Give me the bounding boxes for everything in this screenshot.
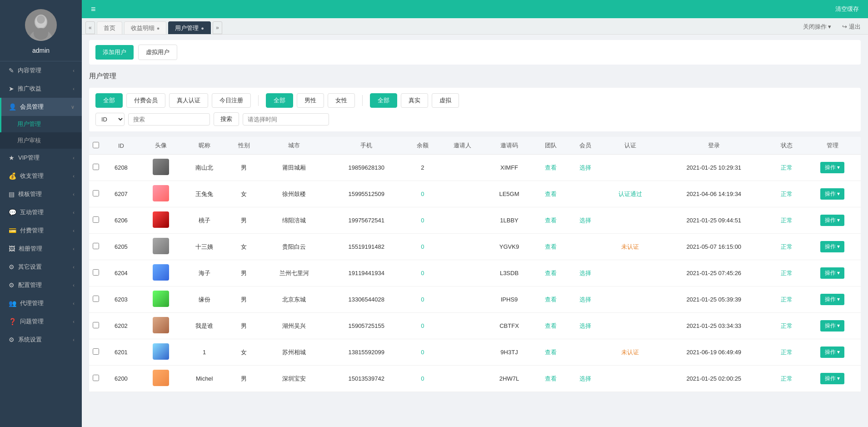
sidebar-item-album[interactable]: 🖼 相册管理 ‹ — [0, 240, 82, 258]
filter-female-button[interactable]: 女性 — [328, 93, 355, 108]
team-link[interactable]: 查看 — [545, 270, 557, 276]
row-checkbox[interactable] — [93, 375, 99, 381]
sidebar-item-promotion[interactable]: ➤ 推广收益 ‹ — [0, 80, 82, 98]
row-checkbox[interactable] — [93, 164, 99, 170]
sidebar-item-agent[interactable]: 👥 代理管理 ‹ — [0, 294, 82, 312]
member-link[interactable]: 选择 — [579, 296, 591, 303]
sidebar-item-system[interactable]: ⚙ 系统设置 ‹ — [0, 331, 82, 349]
team-link[interactable]: 查看 — [545, 164, 557, 171]
row-phone: 19975672541 — [327, 207, 405, 234]
tab-home[interactable]: 首页 — [97, 21, 122, 34]
operate-button[interactable]: 操作 ▾ — [820, 294, 844, 305]
tab-revenue-close[interactable]: ● — [157, 25, 160, 31]
member-link[interactable]: 选择 — [579, 217, 591, 224]
row-checkbox[interactable] — [93, 348, 99, 355]
th-checkbox — [89, 137, 103, 155]
divider-1 — [258, 95, 259, 106]
th-city: 城市 — [261, 137, 328, 155]
row-inviter — [440, 366, 485, 392]
select-all-checkbox[interactable] — [93, 142, 99, 148]
member-link[interactable]: 选择 — [579, 270, 591, 276]
row-login: 2021-01-25 07:45:26 — [658, 260, 770, 286]
operate-button[interactable]: 操作 ▾ — [820, 347, 844, 358]
search-button[interactable]: 搜索 — [214, 112, 239, 126]
row-status: 正常 — [770, 207, 804, 234]
filter-all-button[interactable]: 全部 — [95, 93, 123, 108]
operate-button[interactable]: 操作 ▾ — [820, 241, 844, 252]
sidebar-subitem-user-manage[interactable]: 用户管理 — [0, 116, 82, 132]
row-checkbox[interactable] — [93, 190, 99, 196]
operate-button[interactable]: 操作 ▾ — [820, 188, 844, 200]
filter-gender-all-button[interactable]: 全部 — [266, 93, 293, 108]
sidebar-item-member[interactable]: 👤 会员管理 ∨ — [0, 98, 82, 116]
sidebar-item-vip[interactable]: ★ VIP管理 ‹ — [0, 149, 82, 167]
search-type-select[interactable]: ID 昵称 手机 城市 — [95, 113, 125, 126]
row-nickname: Michel — [182, 366, 227, 392]
virtual-user-button[interactable]: 虚拟用户 — [138, 45, 177, 60]
operate-button[interactable]: 操作 ▾ — [820, 267, 844, 279]
th-balance: 余额 — [405, 137, 440, 155]
filter-source-all-button[interactable]: 全部 — [370, 93, 397, 108]
sidebar-item-content[interactable]: ✎ 内容管理 ‹ — [0, 61, 82, 80]
operate-button[interactable]: 操作 ▾ — [820, 373, 844, 384]
tab-next-button[interactable]: » — [213, 21, 222, 34]
tab-user-manage[interactable]: 用户管理 ● — [168, 21, 211, 34]
operate-button[interactable]: 操作 ▾ — [820, 215, 844, 226]
tab-revenue[interactable]: 收益明细 ● — [124, 21, 167, 34]
sidebar-item-qa[interactable]: ❓ 问题管理 ‹ — [0, 312, 82, 331]
team-link[interactable]: 查看 — [545, 296, 557, 303]
hamburger-button[interactable]: ≡ — [87, 3, 100, 16]
team-link[interactable]: 查看 — [545, 349, 557, 356]
operate-button[interactable]: 操作 ▾ — [820, 320, 844, 332]
close-ops-button[interactable]: 关闭操作 ▾ — [799, 21, 835, 32]
member-link[interactable]: 选择 — [579, 164, 591, 171]
table-row: 6202 我是谁 男 湖州吴兴 15905725155 0 CBTFX 查看 选… — [89, 313, 861, 339]
sidebar-item-revenue[interactable]: 💰 收支管理 ‹ — [0, 167, 82, 185]
tabbar-right: 关闭操作 ▾ ↪ 退出 — [799, 21, 864, 34]
operate-button[interactable]: 操作 ▾ — [820, 162, 844, 173]
arrow-icon: ‹ — [73, 173, 75, 179]
row-checkbox-cell — [89, 181, 103, 207]
team-link[interactable]: 查看 — [545, 217, 557, 224]
filter-real-button[interactable]: 真实 — [401, 93, 428, 108]
row-gender: 男 — [227, 260, 261, 286]
row-checkbox[interactable] — [93, 216, 99, 223]
row-operate-cell: 操作 ▾ — [804, 207, 861, 234]
sidebar-subitem-user-audit[interactable]: 用户审核 — [0, 132, 82, 149]
row-avatar-cell — [140, 234, 182, 260]
row-gender: 男 — [227, 207, 261, 234]
row-avatar-cell — [140, 313, 182, 339]
filter-verified-button[interactable]: 真人认证 — [169, 93, 208, 108]
filter-paid-button[interactable]: 付费会员 — [126, 93, 165, 108]
sidebar-item-config[interactable]: ⚙ 配置管理 ‹ — [0, 276, 82, 294]
clear-cache-button[interactable]: 清空缓存 — [832, 3, 863, 15]
row-checkbox[interactable] — [93, 296, 99, 302]
team-link[interactable]: 查看 — [545, 243, 557, 250]
tab-prev-button[interactable]: « — [85, 21, 95, 34]
row-checkbox[interactable] — [93, 269, 99, 276]
team-link[interactable]: 查看 — [545, 191, 557, 197]
exit-button[interactable]: ↪ 退出 — [838, 21, 864, 32]
filter-today-button[interactable]: 今日注册 — [212, 93, 251, 108]
row-avatar — [153, 159, 169, 175]
filter-male-button[interactable]: 男性 — [297, 93, 324, 108]
row-checkbox[interactable] — [93, 243, 99, 249]
member-link[interactable]: 选择 — [579, 322, 591, 329]
member-link[interactable]: 选择 — [579, 375, 591, 382]
sidebar-item-template[interactable]: ▤ 模板管理 ‹ — [0, 185, 82, 203]
sidebar-item-payment[interactable]: 💳 付费管理 ‹ — [0, 221, 82, 240]
team-link[interactable]: 查看 — [545, 322, 557, 329]
arrow-icon: ‹ — [73, 246, 75, 251]
filter-virtual-button[interactable]: 虚拟 — [432, 93, 459, 108]
date-picker[interactable] — [243, 113, 329, 126]
search-input[interactable] — [128, 113, 210, 126]
add-user-button[interactable]: 添加用户 — [95, 45, 134, 60]
tab-user-manage-close[interactable]: ● — [201, 25, 204, 31]
team-link[interactable]: 查看 — [545, 375, 557, 382]
sidebar-item-other[interactable]: ⚙ 其它设置 ‹ — [0, 258, 82, 276]
row-checkbox[interactable] — [93, 322, 99, 328]
status-badge: 正常 — [781, 349, 793, 356]
sidebar-item-interactive[interactable]: 💬 互动管理 ‹ — [0, 203, 82, 221]
row-team-cell: 查看 — [534, 339, 569, 366]
arrow-icon: ‹ — [73, 68, 75, 73]
